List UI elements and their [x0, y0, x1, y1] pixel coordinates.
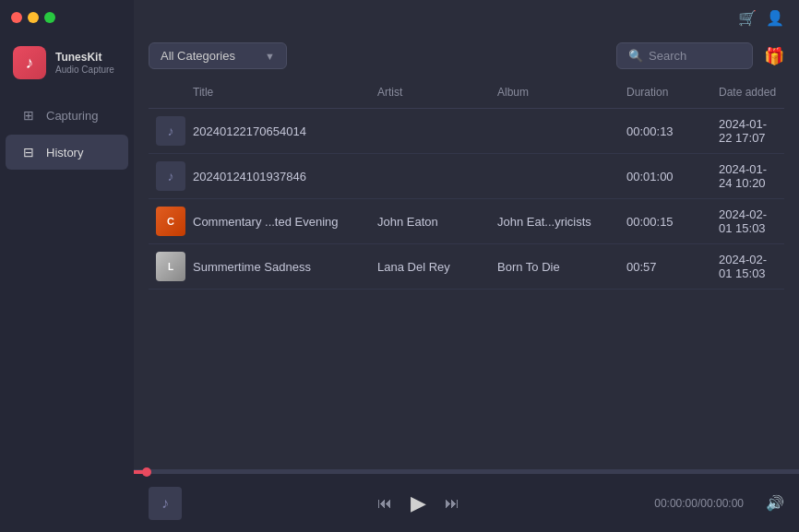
row-date: 2024-01-22 17:07 [711, 110, 784, 152]
col-artist: Artist [370, 82, 490, 102]
table-row[interactable]: ♪ 20240122170654014 00:00:13 2024-01-22 … [149, 109, 784, 154]
track-thumbnail: L [156, 252, 185, 281]
gift-button[interactable]: 🎁 [764, 46, 784, 66]
chevron-down-icon: ▼ [265, 51, 275, 62]
row-title: Summertime Sadness [185, 253, 370, 281]
sidebar-item-label-history: History [46, 146, 83, 160]
toolbar: All Categories ▼ 🔍 🎁 [134, 35, 799, 77]
traffic-lights [11, 12, 55, 23]
player-controls: ♪ ⏮ ▶ ⏭ 00:00:00/00:00:00 🔊 [134, 474, 799, 532]
category-dropdown[interactable]: All Categories ▼ [149, 42, 287, 69]
col-title: Title [185, 82, 370, 102]
player-album-art: ♪ [149, 487, 182, 520]
player: ♪ ⏮ ▶ ⏭ 00:00:00/00:00:00 🔊 [134, 469, 799, 532]
app-brand: ♪ TunesKit Audio Capture [0, 35, 134, 90]
row-date: 2024-02-01 15:03 [711, 245, 784, 288]
row-artist [370, 169, 490, 183]
row-title: Commentary ...ted Evening [185, 207, 370, 236]
volume-button[interactable]: 🔊 [766, 494, 784, 512]
search-input[interactable] [649, 49, 741, 63]
category-label: All Categories [161, 49, 235, 63]
sidebar-item-capturing[interactable]: ⊞ Capturing [6, 98, 128, 133]
track-thumbnail: ♪ [156, 116, 185, 146]
search-icon: 🔍 [628, 49, 643, 63]
sidebar: ♪ TunesKit Audio Capture ⊞ Capturing ⊟ H… [0, 0, 134, 532]
cart-icon[interactable]: 🛒 [738, 9, 757, 27]
table-row[interactable]: ♪ 20240124101937846 00:01:00 2024-01-24 … [149, 154, 784, 199]
row-title: 20240122170654014 [185, 117, 370, 146]
row-thumb: C [149, 199, 185, 243]
titlebar [0, 0, 134, 35]
music-note-icon: ♪ [161, 495, 169, 512]
track-thumbnail: ♪ [156, 161, 185, 191]
app-name-block: TunesKit Audio Capture [55, 51, 114, 76]
prev-button[interactable]: ⏮ [377, 495, 392, 512]
row-duration: 00:57 [619, 253, 711, 281]
table-row[interactable]: C Commentary ...ted Evening John Eaton J… [149, 199, 784, 244]
row-album [490, 169, 619, 183]
next-button[interactable]: ⏭ [445, 495, 459, 512]
track-table: Title Artist Album Duration Date added ♪… [134, 77, 799, 469]
capturing-icon: ⊞ [20, 107, 37, 124]
row-title: 20240124101937846 [185, 162, 370, 191]
history-icon: ⊟ [20, 144, 37, 160]
row-thumb: ♪ [149, 109, 185, 153]
row-date: 2024-02-01 15:03 [711, 200, 784, 242]
row-duration: 00:01:00 [619, 162, 711, 191]
row-thumb: L [149, 244, 185, 289]
search-box: 🔍 [616, 42, 753, 69]
user-icon[interactable]: 👤 [766, 9, 784, 27]
close-button[interactable] [11, 12, 22, 23]
player-time: 00:00:00/00:00:00 [654, 497, 744, 510]
maximize-button[interactable] [44, 12, 55, 23]
progress-dot [142, 467, 151, 477]
sidebar-item-history[interactable]: ⊟ History [6, 135, 128, 170]
sidebar-item-label-capturing: Capturing [46, 109, 98, 123]
table-row[interactable]: L Summertime Sadness Lana Del Rey Born T… [149, 244, 784, 290]
col-album: Album [490, 82, 619, 102]
row-album [490, 124, 619, 138]
row-thumb: ♪ [149, 154, 185, 198]
sidebar-nav: ⊞ Capturing ⊟ History [0, 90, 134, 177]
row-duration: 00:00:13 [619, 117, 711, 146]
play-button[interactable]: ▶ [411, 491, 426, 515]
row-artist: John Eaton [370, 207, 490, 236]
progress-bar[interactable] [134, 470, 799, 474]
app-name: TunesKit [55, 51, 114, 65]
topbar: 🛒 👤 [134, 0, 799, 35]
row-artist [370, 124, 490, 138]
col-thumb [149, 82, 185, 102]
track-thumbnail: C [156, 207, 185, 236]
row-artist: Lana Del Rey [370, 253, 490, 281]
player-buttons: ⏮ ▶ ⏭ [193, 491, 643, 515]
col-date: Date added [711, 82, 784, 102]
row-date: 2024-01-24 10:20 [711, 155, 784, 197]
app-subtitle: Audio Capture [55, 65, 114, 75]
col-duration: Duration [619, 82, 711, 102]
table-header: Title Artist Album Duration Date added [149, 77, 784, 109]
row-duration: 00:00:15 [619, 207, 711, 236]
main-content: 🛒 👤 All Categories ▼ 🔍 🎁 Title Artist Al… [134, 0, 799, 532]
app-icon: ♪ [13, 46, 46, 79]
minimize-button[interactable] [28, 12, 39, 23]
row-album: John Eat...yricists [490, 207, 619, 236]
row-album: Born To Die [490, 253, 619, 281]
